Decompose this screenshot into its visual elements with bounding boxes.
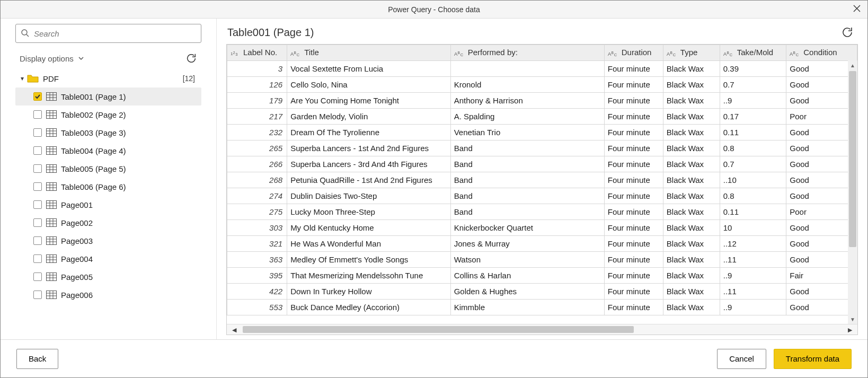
table-row[interactable]: 363Medley Of Emmett's Yodle SongsWatsonF… bbox=[227, 252, 857, 268]
scroll-left-button[interactable]: ◀ bbox=[229, 324, 240, 335]
table-cell: 126 bbox=[227, 77, 287, 93]
scroll-up-button[interactable]: ▲ bbox=[848, 60, 857, 70]
table-row[interactable]: 321He Was A Wonderful ManJones & MurrayF… bbox=[227, 236, 857, 252]
checkbox[interactable] bbox=[33, 92, 42, 101]
svg-text:C: C bbox=[297, 52, 300, 57]
table-row[interactable]: 395That Mesmerizing Mendelssohn TuneColl… bbox=[227, 268, 857, 284]
column-header[interactable]: ABCType bbox=[663, 45, 720, 61]
horizontal-scroll-thumb[interactable] bbox=[243, 326, 634, 333]
transform-data-button[interactable]: Transform data bbox=[774, 349, 852, 369]
tree-item[interactable]: Table002 (Page 2) bbox=[15, 106, 201, 124]
column-header[interactable]: ABCTake/Mold bbox=[720, 45, 786, 61]
grid-table: 123Label No.ABCTitleABCPerformed by:ABCD… bbox=[227, 45, 857, 315]
tree-item[interactable]: Table001 (Page 1) bbox=[15, 87, 201, 106]
tree-root-pdf[interactable]: ▾ PDF [12] bbox=[15, 69, 201, 87]
table-cell: Cello Solo, Nina bbox=[287, 77, 451, 93]
column-header[interactable]: ABCTitle bbox=[287, 45, 451, 61]
checkbox[interactable] bbox=[33, 128, 42, 137]
preview-header: Table001 (Page 1) bbox=[227, 26, 858, 39]
vertical-scroll-thumb[interactable] bbox=[849, 71, 856, 247]
table-cell: 0.11 bbox=[720, 204, 786, 220]
table-cell: Good bbox=[786, 220, 857, 236]
tree-item[interactable]: Table003 (Page 3) bbox=[15, 124, 201, 142]
table-row[interactable]: 3Vocal Sextette From LuciaFour minuteBla… bbox=[227, 61, 857, 77]
table-cell: Watson bbox=[450, 252, 604, 268]
table-cell: Good bbox=[786, 252, 857, 268]
scroll-down-button[interactable]: ▼ bbox=[848, 314, 857, 324]
column-header[interactable]: 123Label No. bbox=[227, 45, 287, 61]
tree-item[interactable]: Page004 bbox=[15, 250, 201, 268]
table-row[interactable]: 553Buck Dance Medley (Accorion)KimmbleFo… bbox=[227, 300, 857, 315]
column-header[interactable]: ABCDuration bbox=[604, 45, 663, 61]
tree-item[interactable]: Table004 (Page 4) bbox=[15, 142, 201, 160]
table-row[interactable]: 266Superba Lancers - 3rd And 4th Figures… bbox=[227, 156, 857, 172]
close-button[interactable] bbox=[853, 4, 861, 13]
cancel-button[interactable]: Cancel bbox=[717, 349, 766, 369]
table-cell: Black Wax bbox=[663, 236, 720, 252]
checkbox[interactable] bbox=[33, 291, 42, 299]
tree-item-label: Table003 (Page 3) bbox=[61, 128, 126, 137]
checkbox[interactable] bbox=[33, 254, 42, 263]
column-header-label: Label No. bbox=[243, 48, 277, 57]
table-cell: Four minute bbox=[604, 284, 663, 300]
search-input[interactable] bbox=[15, 24, 201, 43]
table-row[interactable]: 265Superba Lancers - 1st And 2nd Figures… bbox=[227, 140, 857, 156]
column-header[interactable]: ABCCondition bbox=[786, 45, 857, 61]
table-icon bbox=[46, 146, 57, 155]
display-options[interactable]: Display options bbox=[20, 52, 197, 64]
table-cell: Collins & Harlan bbox=[450, 268, 604, 284]
column-header-label: Title bbox=[304, 48, 319, 57]
table-row[interactable]: 422Down In Turkey HollowGolden & HughesF… bbox=[227, 284, 857, 300]
table-cell: Four minute bbox=[604, 300, 663, 315]
table-cell: 321 bbox=[227, 236, 287, 252]
tree-item[interactable]: Page003 bbox=[15, 232, 201, 250]
tree-item[interactable]: Page001 bbox=[15, 196, 201, 214]
vertical-scrollbar[interactable] bbox=[848, 70, 857, 314]
svg-rect-32 bbox=[47, 201, 57, 209]
checkbox[interactable] bbox=[33, 218, 42, 227]
column-header-label: Duration bbox=[622, 48, 652, 57]
table-cell: Black Wax bbox=[663, 204, 720, 220]
table-cell: Anthony & Harrison bbox=[450, 93, 604, 109]
tree-item[interactable]: Page006 bbox=[15, 286, 201, 304]
refresh-preview-button[interactable] bbox=[841, 26, 854, 39]
chevron-down-icon bbox=[78, 55, 84, 61]
table-cell: 3 bbox=[227, 61, 287, 77]
table-row[interactable]: 268Petunia QuadRille - 1st And 2nd Figur… bbox=[227, 172, 857, 188]
table-row[interactable]: 179Are You Coming Home TonightAnthony & … bbox=[227, 93, 857, 109]
table-cell: Band bbox=[450, 140, 604, 156]
tree-item[interactable]: Page005 bbox=[15, 268, 201, 286]
navigator-pane: Display options ▾ PDF [12] Ta bbox=[1, 19, 217, 339]
tree-item[interactable]: Table006 (Page 6) bbox=[15, 178, 201, 196]
tree-item[interactable]: Table005 (Page 5) bbox=[15, 160, 201, 178]
checkbox[interactable] bbox=[33, 200, 42, 209]
table-row[interactable]: 217Garden Melody, ViolinA. SpaldingFour … bbox=[227, 109, 857, 125]
text-type-icon: ABC bbox=[454, 49, 466, 58]
display-options-label: Display options bbox=[20, 54, 74, 63]
table-row[interactable]: 303My Old Kentucky HomeKnickerbocker Qua… bbox=[227, 220, 857, 236]
table-cell: He Was A Wonderful Man bbox=[287, 236, 451, 252]
horizontal-scrollbar[interactable]: ◀ ▶ bbox=[227, 324, 857, 335]
checkbox[interactable] bbox=[33, 164, 42, 173]
table-cell: Four minute bbox=[604, 220, 663, 236]
column-header-label: Performed by: bbox=[468, 48, 518, 57]
table-row[interactable]: 126Cello Solo, NinaKronoldFour minuteBla… bbox=[227, 77, 857, 93]
table-cell: ..9 bbox=[720, 268, 786, 284]
checkbox[interactable] bbox=[33, 182, 42, 191]
scroll-right-button[interactable]: ▶ bbox=[845, 324, 855, 335]
column-header[interactable]: ABCPerformed by: bbox=[450, 45, 604, 61]
table-row[interactable]: 274Dublin Daisies Two-StepBandFour minut… bbox=[227, 188, 857, 204]
checkbox[interactable] bbox=[33, 146, 42, 155]
table-row[interactable]: 275Lucky Moon Three-StepBandFour minuteB… bbox=[227, 204, 857, 220]
back-button[interactable]: Back bbox=[16, 349, 58, 369]
tree-item[interactable]: Page002 bbox=[15, 214, 201, 232]
refresh-button[interactable] bbox=[185, 52, 197, 64]
table-cell: Black Wax bbox=[663, 77, 720, 93]
table-icon bbox=[46, 128, 57, 137]
checkbox[interactable] bbox=[33, 272, 42, 281]
tree-item-label: Page004 bbox=[61, 254, 93, 263]
table-row[interactable]: 232Dream Of The TyrolienneVenetian TrioF… bbox=[227, 125, 857, 140]
table-cell: A. Spalding bbox=[450, 109, 604, 125]
checkbox[interactable] bbox=[33, 236, 42, 245]
checkbox[interactable] bbox=[33, 110, 42, 119]
